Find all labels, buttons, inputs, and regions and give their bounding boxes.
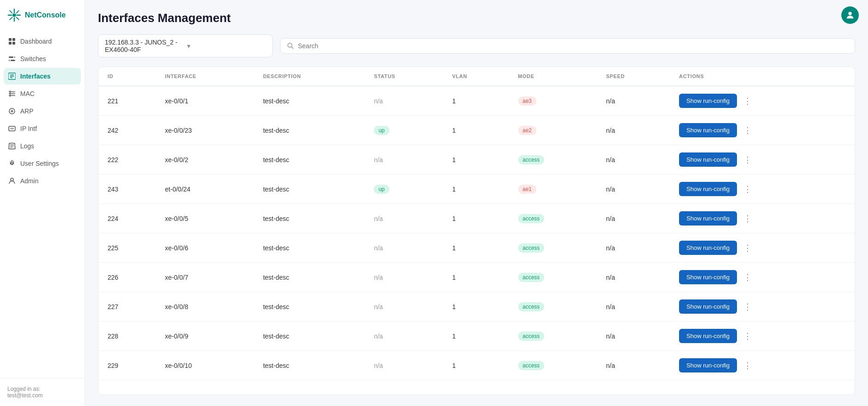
status-badge: n/a (374, 362, 383, 369)
cell-description: test-desc (254, 263, 365, 292)
grid-icon (8, 38, 16, 45)
device-selector[interactable]: 192.168.3.3 - JUNOS_2 - EX4600-40F ▾ (98, 34, 273, 57)
svg-line-8 (10, 17, 12, 19)
search-input[interactable] (298, 42, 848, 50)
cell-actions: Show run-config ⋮ (670, 145, 855, 175)
svg-point-0 (12, 13, 16, 17)
svg-point-15 (13, 56, 15, 58)
interfaces-table-container: ID INTERFACE DESCRIPTION STATUS VLAN MOD… (98, 67, 855, 395)
cell-actions: Show run-config ⋮ (670, 292, 855, 321)
cell-status: n/a (365, 86, 443, 116)
svg-rect-9 (9, 38, 11, 41)
mode-badge: access (518, 273, 544, 282)
cell-description: test-desc (254, 145, 365, 175)
col-actions: ACTIONS (670, 67, 855, 86)
sidebar-item-user-settings[interactable]: User Settings (4, 155, 81, 172)
more-options-button[interactable]: ⋮ (741, 124, 754, 136)
show-run-config-button[interactable]: Show run-config (679, 152, 737, 167)
cell-description: test-desc (254, 175, 365, 204)
cell-interface: et-0/0/24 (156, 175, 254, 204)
actions-cell: Show run-config ⋮ (679, 241, 845, 255)
more-options-button[interactable]: ⋮ (741, 213, 754, 225)
cell-vlan: 1 (443, 116, 508, 145)
show-run-config-button[interactable]: Show run-config (679, 299, 737, 314)
svg-line-37 (291, 47, 293, 49)
actions-cell: Show run-config ⋮ (679, 358, 845, 372)
table-row: 225 xe-0/0/6 test-desc n/a 1 access n/a … (98, 233, 855, 263)
logo[interactable]: NetConsole (0, 0, 85, 33)
show-run-config-button[interactable]: Show run-config (679, 211, 737, 226)
cell-actions: Show run-config ⋮ (670, 321, 855, 351)
logo-icon (7, 8, 21, 22)
cell-id: 242 (98, 116, 156, 145)
cell-speed: n/a (597, 351, 670, 380)
cell-vlan: 1 (443, 292, 508, 321)
cell-speed: n/a (597, 86, 670, 116)
more-options-button[interactable]: ⋮ (741, 95, 754, 107)
user-avatar[interactable] (841, 6, 859, 24)
more-options-button[interactable]: ⋮ (741, 183, 754, 195)
sidebar-item-mac[interactable]: MAC (4, 85, 81, 102)
logged-in-label: Logged in as: (7, 386, 77, 392)
actions-cell: Show run-config ⋮ (679, 299, 845, 314)
show-run-config-button[interactable]: Show run-config (679, 182, 737, 196)
mode-badge: access (518, 332, 544, 341)
show-run-config-button[interactable]: Show run-config (679, 241, 737, 255)
device-selector-value: 192.168.3.3 - JUNOS_2 - EX4600-40F (105, 39, 183, 53)
sidebar-item-logs[interactable]: Logs (4, 138, 81, 154)
actions-cell: Show run-config ⋮ (679, 152, 845, 167)
cell-speed: n/a (597, 321, 670, 351)
switches-icon (8, 55, 16, 62)
cell-interface: xe-0/0/9 (156, 321, 254, 351)
cell-speed: n/a (597, 233, 670, 263)
show-run-config-button[interactable]: Show run-config (679, 329, 737, 343)
sidebar-item-ip-intf[interactable]: IP Intf (4, 120, 81, 137)
sidebar-item-admin[interactable]: Admin (4, 173, 81, 189)
cell-description: test-desc (254, 86, 365, 116)
cell-id: 222 (98, 145, 156, 175)
cell-mode: ae2 (509, 116, 597, 145)
svg-line-5 (10, 11, 12, 13)
cell-description: test-desc (254, 321, 365, 351)
mac-icon (8, 90, 16, 97)
sidebar-item-dashboard[interactable]: Dashboard (4, 33, 81, 50)
show-run-config-button[interactable]: Show run-config (679, 123, 737, 137)
cell-interface: xe-0/0/23 (156, 116, 254, 145)
mode-badge: ae2 (518, 126, 537, 135)
more-options-button[interactable]: ⋮ (741, 154, 754, 166)
sidebar-item-interfaces[interactable]: Interfaces (4, 68, 81, 85)
more-options-button[interactable]: ⋮ (741, 360, 754, 372)
table-row: 224 xe-0/0/5 test-desc n/a 1 access n/a … (98, 204, 855, 233)
mode-badge: access (518, 155, 544, 164)
cell-status: up (365, 175, 443, 204)
cell-description: test-desc (254, 292, 365, 321)
sidebar-item-switches[interactable]: Switches (4, 51, 81, 67)
cell-actions: Show run-config ⋮ (670, 116, 855, 145)
sidebar-item-arp[interactable]: ARP (4, 103, 81, 119)
sidebar-footer: Logged in as: test@test.com (0, 378, 85, 406)
more-options-button[interactable]: ⋮ (741, 301, 754, 313)
more-options-button[interactable]: ⋮ (741, 242, 754, 254)
cell-actions: Show run-config ⋮ (670, 351, 855, 380)
table-body: 221 xe-0/0/1 test-desc n/a 1 ae3 n/a Sho… (98, 86, 855, 380)
svg-rect-12 (12, 42, 15, 45)
show-run-config-button[interactable]: Show run-config (679, 94, 737, 108)
cell-vlan: 1 (443, 175, 508, 204)
show-run-config-button[interactable]: Show run-config (679, 270, 737, 284)
interfaces-table: ID INTERFACE DESCRIPTION STATUS VLAN MOD… (98, 67, 855, 380)
cell-mode: ae1 (509, 175, 597, 204)
cell-speed: n/a (597, 116, 670, 145)
logs-icon (8, 142, 16, 150)
more-options-button[interactable]: ⋮ (741, 271, 754, 283)
svg-point-36 (288, 43, 292, 47)
svg-rect-11 (9, 42, 11, 45)
cell-speed: n/a (597, 145, 670, 175)
cell-id: 243 (98, 175, 156, 204)
nav-items: Dashboard Switches Interfaces MAC ARP IP… (0, 33, 85, 378)
cell-status: n/a (365, 292, 443, 321)
table-row: 242 xe-0/0/23 test-desc up 1 ae2 n/a Sho… (98, 116, 855, 145)
cell-mode: access (509, 204, 597, 233)
cell-speed: n/a (597, 292, 670, 321)
show-run-config-button[interactable]: Show run-config (679, 358, 737, 372)
more-options-button[interactable]: ⋮ (741, 330, 754, 342)
